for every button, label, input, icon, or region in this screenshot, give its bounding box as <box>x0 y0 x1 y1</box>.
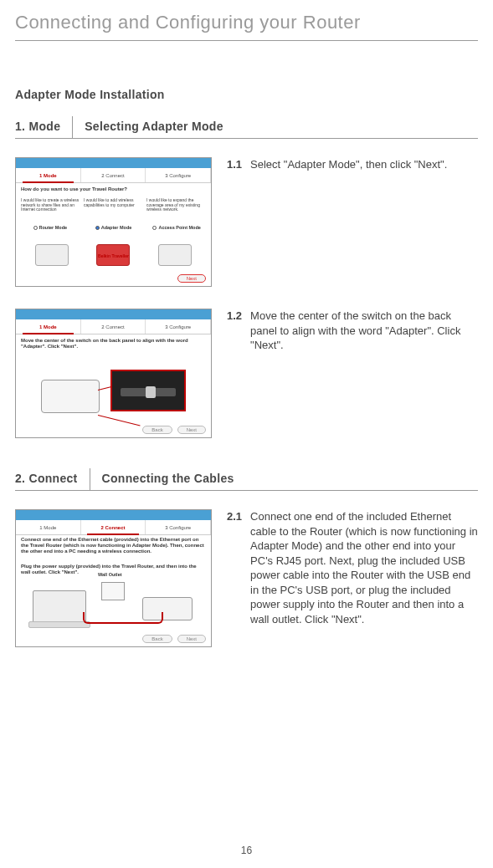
wizard-tab-num: 3 <box>165 525 167 530</box>
step-1-2: 1 Mode 2 Connect 3 Configure Move the ce… <box>15 309 478 438</box>
wall-outlet-label: Wall Outlet <box>98 572 122 577</box>
wizard-option-descriptions: I would like to create a wireless networ… <box>21 198 206 212</box>
wizard-tab-num: 2 <box>101 324 104 329</box>
section-label-selecting-adapter-mode: Selecting Adapter Mode <box>73 116 223 138</box>
step-2-1: 1 Mode 2 Connect 3 Configure Connect one… <box>15 509 478 647</box>
subtitle-adapter-mode-installation: Adapter Mode Installation <box>15 88 478 101</box>
section-header-mode: 1. Mode Selecting Adapter Mode <box>15 116 478 139</box>
wizard-device-illustration: Belkin Traveller <box>21 237 206 273</box>
section-label-connecting-cables: Connecting the Cables <box>90 468 234 490</box>
radio-icon <box>152 226 157 230</box>
wizard-tab-num: 2 <box>101 525 104 530</box>
switch-zoom-icon <box>110 370 186 411</box>
wall-outlet-icon <box>101 582 125 600</box>
wizard-tab-label: Mode <box>44 525 56 530</box>
step-2-1-text: 2.1 Connect one end of the included Ethe… <box>227 509 478 626</box>
wizard-question: How do you want to use your Travel Route… <box>21 186 206 192</box>
wizard-screenshot-connect-cables: 1 Mode 2 Connect 3 Configure Connect one… <box>15 509 212 647</box>
router-icon <box>41 380 100 413</box>
wizard-tab-configure: 3 Configure <box>146 168 211 182</box>
radio-label: Adapter Mode <box>101 225 132 230</box>
wizard-tab-num: 3 <box>165 173 167 178</box>
step-1-2-text: 1.2 Move the center of the switch on the… <box>227 309 478 353</box>
radio-icon <box>33 226 38 230</box>
wizard-tab-num: 1 <box>39 324 42 329</box>
wizard-buttons: Next <box>177 274 206 283</box>
next-button: Next <box>177 426 206 434</box>
next-button: Next <box>177 635 206 643</box>
radio-label: Access Point Mode <box>158 225 200 230</box>
cable-icon <box>83 612 163 624</box>
radio-access-point-mode: Access Point Mode <box>147 225 206 230</box>
wizard-tab-label: Configure <box>169 324 191 329</box>
switch-illustration <box>33 368 194 417</box>
wizard-tabs: 1 Mode 2 Connect 3 Configure <box>16 520 211 535</box>
wizard-tab-num: 2 <box>101 173 104 178</box>
wizard-tabs: 1 Mode 2 Connect 3 Configure <box>16 168 211 183</box>
radio-router-mode: Router Mode <box>21 225 80 230</box>
step-body: Move the center of the switch on the bac… <box>250 309 478 353</box>
wizard-screenshot-switch: 1 Mode 2 Connect 3 Configure Move the ce… <box>15 309 212 438</box>
wizard-tab-mode: 1 Mode <box>16 520 81 534</box>
wizard-tab-connect: 2 Connect <box>81 168 146 182</box>
wizard-col-ap: I would like to expand the coverage area… <box>146 198 206 212</box>
step-1-1: 1 Mode 2 Connect 3 Configure How do you … <box>15 157 478 287</box>
wizard-buttons: Back Next <box>142 426 206 434</box>
wizard-tab-num: 1 <box>39 173 42 178</box>
radio-label: Router Mode <box>39 225 68 230</box>
wizard-tab-connect: 2 Connect <box>81 319 146 334</box>
section-number-2: 2. Connect <box>15 468 90 490</box>
step-body: Select "Adapter Mode", then click "Next"… <box>250 157 478 172</box>
page-title: Connecting and Configuring your Router <box>15 0 478 41</box>
wizard-tab-label: Mode <box>44 324 57 329</box>
radio-icon <box>95 226 100 230</box>
wizard-screenshot-mode-select: 1 Mode 2 Connect 3 Configure How do you … <box>15 157 212 287</box>
wizard-tab-configure: 3 Configure <box>146 319 211 334</box>
wizard-instruction-1: Connect one end of the Ethernet cable (p… <box>21 537 206 555</box>
step-number: 1.1 <box>227 157 242 172</box>
wizard-tab-connect: 2 Connect <box>81 520 146 534</box>
wizard-tabs: 1 Mode 2 Connect 3 Configure <box>16 319 211 334</box>
wizard-instruction: Move the center of the switch on the bac… <box>21 338 206 350</box>
step-number: 1.2 <box>227 309 242 353</box>
next-button: Next <box>177 274 206 283</box>
wizard-col-adapter: I would like to add wireless capabilitie… <box>84 198 143 212</box>
wizard-col-router: I would like to create a wireless networ… <box>21 198 80 212</box>
device-brand-label: Belkin Traveller <box>98 253 129 258</box>
wizard-tab-label: Configure <box>169 525 191 530</box>
wizard-tab-label: Connect <box>105 324 124 329</box>
back-button: Back <box>142 426 172 434</box>
wizard-tab-configure: 3 Configure <box>146 520 211 534</box>
page-number: 16 <box>0 845 493 856</box>
wizard-tab-label: Connect <box>105 525 126 530</box>
radio-adapter-mode: Adapter Mode <box>85 225 143 230</box>
step-body: Connect one end of the included Ethernet… <box>250 509 478 626</box>
wizard-tab-num: 3 <box>165 324 167 329</box>
wizard-mode-radios: Router Mode Adapter Mode Access Point Mo… <box>21 225 206 230</box>
wizard-buttons: Back Next <box>142 635 206 643</box>
laptop-icon <box>33 590 86 624</box>
wizard-tab-label: Connect <box>105 173 124 178</box>
wizard-tab-label: Mode <box>44 173 57 178</box>
section-number-1: 1. Mode <box>15 116 73 138</box>
wizard-tab-mode: 1 Mode <box>16 319 81 334</box>
wizard-tab-num: 1 <box>39 525 42 530</box>
device-icon <box>158 244 192 266</box>
step-number: 2.1 <box>227 509 242 626</box>
device-icon <box>35 244 69 266</box>
step-1-1-text: 1.1 Select "Adapter Mode", then click "N… <box>227 157 478 172</box>
cable-illustration: Wall Outlet <box>24 582 203 626</box>
wizard-tab-label: Configure <box>169 173 191 178</box>
wizard-tab-mode: 1 Mode <box>16 168 81 182</box>
section-header-connect: 2. Connect Connecting the Cables <box>15 468 478 491</box>
back-button: Back <box>142 635 172 643</box>
